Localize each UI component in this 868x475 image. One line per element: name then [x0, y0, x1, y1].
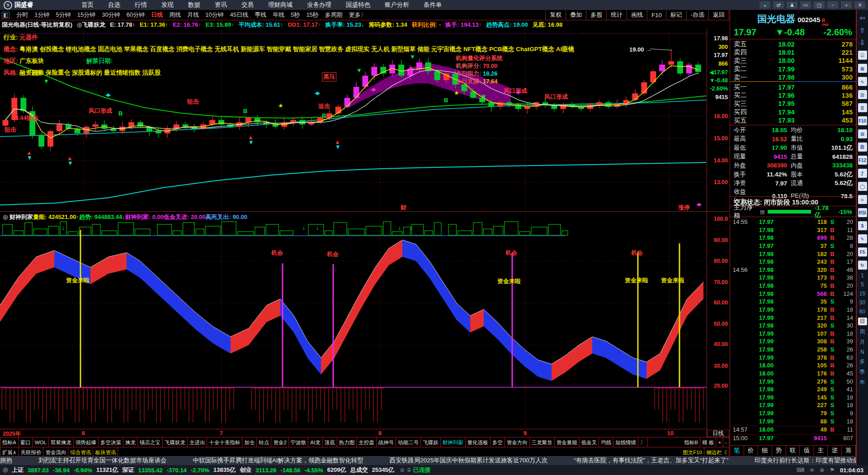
btn-标记[interactable]: 标记 [666, 10, 686, 20]
period-30[interactable]: 30 [858, 299, 867, 306]
detail-icon[interactable]: ▤ [760, 209, 764, 215]
news-ticker[interactable]: 拥抱刘烈宏主持召开培育全国一体化数据市场座谈会中软国际携手昇腾打造端到端AI解决… [0, 456, 856, 465]
indicator-tab-镇店之宝[interactable]: 镇店之宝 [138, 437, 163, 447]
indicator-tab-资金方向[interactable]: 资金方向 [505, 437, 530, 447]
btn-多股[interactable]: 多股 [586, 10, 606, 20]
assistant-icon[interactable]: ♟ [787, 1, 797, 9]
alert-icon[interactable]: ⚑ [830, 467, 835, 473]
tf-周线[interactable]: 周线 [169, 11, 181, 19]
menu-item-8[interactable]: 业务办理 [307, 1, 331, 9]
grid-icon[interactable]: ▦ [858, 64, 867, 73]
indicator-tab-三龙聚首[interactable]: 三龙聚首 [530, 437, 555, 447]
indicator-tab-资金2[interactable]: 资金2 [271, 437, 288, 447]
tab-btn--[interactable]: - [723, 437, 729, 447]
indicator-tab-加仓[interactable]: 加仓 [242, 437, 257, 447]
tf-多周期[interactable]: 多周期 [325, 11, 343, 19]
panel-toggle-icon[interactable]: ◧ [2, 12, 9, 19]
indicator-tab-飞碟妖[interactable]: 飞碟妖 [421, 437, 441, 447]
btn--自选[interactable]: -自选 [686, 10, 708, 20]
f10-icon[interactable]: F10 [858, 116, 867, 125]
f5-icon[interactable]: F5 [858, 247, 867, 256]
screen-icon[interactable]: ▭ [800, 1, 811, 9]
period-5[interactable]: 5 [858, 281, 867, 288]
tf-5分钟[interactable]: 5分钟 [56, 11, 71, 19]
period-季[interactable]: 季 [858, 368, 867, 376]
menu-item-9[interactable]: 国盛特色 [346, 1, 370, 9]
period-日[interactable]: 日 [858, 318, 867, 325]
menu-item-10[interactable]: 账户分析 [385, 1, 409, 9]
quote-tab-价[interactable]: 价 [744, 446, 758, 456]
period-60[interactable]: 60 [858, 309, 867, 315]
indicator-tab-宁波敢[interactable]: 宁波敢 [289, 437, 309, 447]
tf-年线[interactable]: 年线 [273, 11, 284, 19]
wave-icon[interactable]: ≈ [858, 195, 867, 204]
btn-F10[interactable]: F10 [647, 10, 665, 20]
menu-item-5[interactable]: 资讯 [215, 1, 227, 9]
menu-item-11[interactable]: 条件单 [424, 1, 442, 9]
indicator-tab-多空[interactable]: 多空 [491, 437, 505, 447]
tab-btn-指标B[interactable]: 指标B [683, 437, 701, 447]
tf-60分钟[interactable]: 60分钟 [127, 11, 145, 19]
menu-item-6[interactable]: 交易 [241, 1, 254, 9]
gift-icon[interactable]: ◳ [814, 1, 825, 9]
switch-icon[interactable]: ⇄ [773, 1, 784, 9]
indicator-tab-多空决策[interactable]: 多空决策 [99, 437, 123, 447]
news-item-0[interactable]: 拥抱 [0, 456, 12, 465]
period-badge[interactable]: 日线 [707, 430, 729, 437]
period-15[interactable]: 15 [858, 290, 867, 297]
circle-icon[interactable]: ◯ [858, 182, 867, 191]
indicator-tab-动能二号[interactable]: 动能二号 [396, 437, 421, 447]
tf-季线[interactable]: 季线 [255, 11, 266, 19]
indicator-tab-短线情绪[interactable]: 短线情绪 [613, 437, 638, 447]
menu-item-4[interactable]: 数据 [188, 1, 200, 9]
indicator-tab-双紫擒龙[interactable]: 双紫擒龙 [49, 437, 74, 447]
indicator-tab-均线[interactable]: 均线 [599, 437, 613, 447]
period-年[interactable]: 年 [858, 379, 867, 386]
indicator-tab-转点[interactable]: 转点 [257, 437, 271, 447]
news-item-1[interactable]: 刘烈宏主持召开培育全国一体化数据市场座谈会 [38, 456, 167, 465]
menu-item-1[interactable]: 自选 [108, 1, 120, 9]
refresh-icon[interactable]: ↻ [858, 261, 867, 270]
news-item-3[interactable]: 西安铁路局2025年国庆中秋假期累计发送旅客近700万人次 [390, 456, 548, 465]
money-icon[interactable]: $ [858, 221, 867, 230]
indicator-tab-AI龙[interactable]: AI龙 [308, 437, 322, 447]
f12-icon[interactable]: F12 [858, 156, 867, 165]
list-icon[interactable]: ≣ [858, 103, 867, 112]
close-icon[interactable]: ✕ [854, 1, 865, 9]
indicator-tab-主进出[interactable]: 主进出 [188, 437, 208, 447]
quote-tab-逆[interactable]: 逆 [828, 446, 842, 456]
period-周[interactable]: 周 [858, 328, 867, 336]
quote-tab-值[interactable]: 值 [800, 446, 814, 456]
indicator-tab-顶底[interactable]: 顶底 [323, 437, 337, 447]
board-icon[interactable]: ⊞ [858, 129, 867, 138]
menu-item-2[interactable]: 行情 [135, 1, 147, 9]
tf-更多〉[interactable]: 更多〉 [349, 11, 367, 19]
tf-日线[interactable]: 日线 [151, 11, 163, 19]
quote-tab-主[interactable]: 主 [814, 446, 828, 456]
tab-btn-模 板[interactable]: 模 板 [700, 437, 716, 447]
page-up-icon[interactable]: ⇧ [859, 26, 865, 34]
main-kline-pane[interactable]: 行业: 元器件 概念: 粤港澳 创投概念 锂电池概念 固态电池 苹果概念 百度概… [0, 29, 707, 211]
tf-45日线[interactable]: 45日线 [230, 11, 248, 19]
quote-tab-笔[interactable]: 笔 [730, 446, 744, 456]
indicator-tab-〉[interactable]: 〉 [638, 437, 648, 447]
period-多[interactable]: 多 [858, 358, 867, 366]
tf-15分钟[interactable]: 15分钟 [77, 11, 95, 19]
keyboard-icon[interactable]: ⌨ [797, 467, 804, 473]
btn-叠加[interactable]: 叠加 [566, 10, 586, 20]
quote-tab-筹[interactable]: 筹 [842, 446, 856, 456]
indicator-tab-擒龙[interactable]: 擒龙 [123, 437, 138, 447]
tick-list[interactable]: 14:5517.97118S2017.98317B1117.98699B2817… [730, 218, 856, 442]
tf-30分钟[interactable]: 30分钟 [102, 11, 120, 19]
message-icon[interactable]: ◒ [760, 1, 770, 9]
indicator-tab-强势起爆[interactable]: 强势起爆 [74, 437, 99, 447]
stockpick-icon[interactable]: ☑ [858, 51, 867, 60]
kline-icon[interactable]: ▥ [858, 90, 867, 99]
zixuan-icon[interactable]: 自 [858, 142, 867, 152]
indicator-pane[interactable]: ↓↓↓↓↓ 机会机会机会机会资金来啦资金来啦资金来啦资金来啦 [0, 212, 707, 430]
minimize-icon[interactable]: − [827, 1, 838, 9]
news-item-5[interactable]: 印度央行前行长达斯：印度有望推动全球经济增长的五分之一 [755, 456, 856, 465]
indicator-tab-窗口[interactable]: 窗口 [19, 437, 33, 447]
tf-分时[interactable]: 分时 [16, 11, 28, 19]
btn-画线[interactable]: 画线 [627, 10, 647, 20]
